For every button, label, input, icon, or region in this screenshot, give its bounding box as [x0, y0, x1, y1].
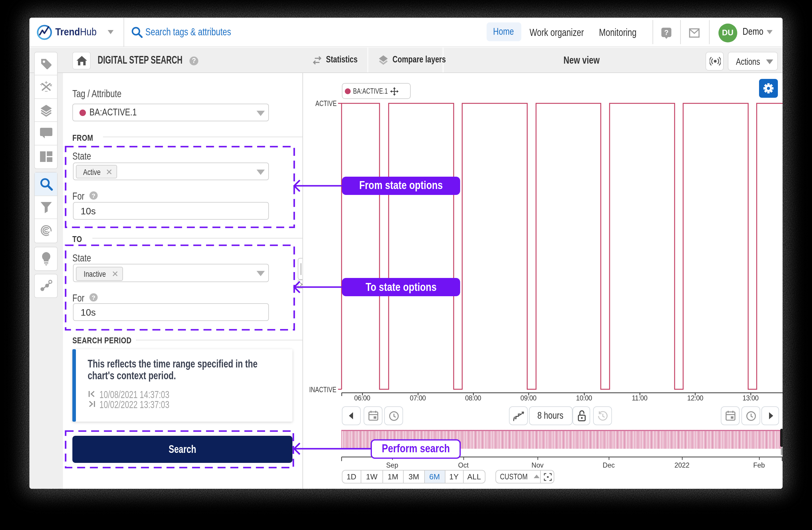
svg-text:+: + [45, 81, 48, 85]
svg-text:−: − [45, 88, 48, 93]
svg-text:×: × [49, 83, 52, 88]
svg-text:÷: ÷ [40, 82, 43, 88]
svg-text:?: ? [664, 28, 669, 36]
